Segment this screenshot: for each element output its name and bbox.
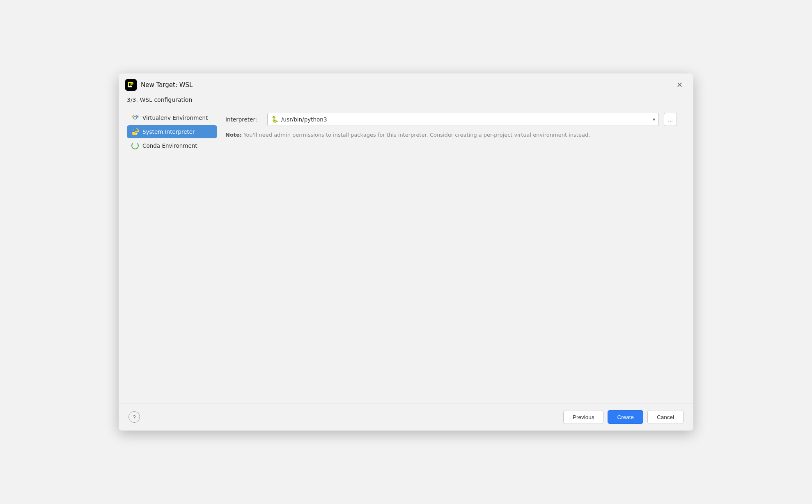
create-button[interactable]: Create	[608, 410, 643, 424]
note-prefix: Note:	[225, 132, 242, 138]
sidebar-item-system-interpreter[interactable]: System Interpreter	[127, 125, 217, 138]
sidebar-item-conda-label: Conda Environment	[142, 142, 197, 149]
title-bar: New Target: WSL ✕	[119, 73, 693, 95]
main-content: Interpreter: 🐍 /usr/bin/python3 ▾ ... No…	[217, 110, 685, 403]
note-body: You'll need admin permissions to install…	[242, 132, 590, 138]
ellipsis-label: ...	[668, 116, 673, 123]
sidebar-item-conda[interactable]: Conda Environment	[127, 139, 217, 152]
python-icon	[131, 128, 139, 136]
new-target-dialog: New Target: WSL ✕ 3/3. WSL configuration	[119, 73, 693, 431]
footer-buttons: Previous Create Cancel	[563, 410, 684, 424]
previous-button[interactable]: Previous	[563, 410, 604, 424]
interpreter-dropdown-left: 🐍 /usr/bin/python3	[271, 116, 327, 123]
interpreter-options-button[interactable]: ...	[664, 113, 677, 126]
help-icon: ?	[133, 414, 135, 420]
help-button[interactable]: ?	[128, 411, 140, 423]
interpreter-label: Interpreter:	[225, 116, 262, 123]
title-bar-left: New Target: WSL	[125, 79, 193, 91]
svg-rect-1	[128, 86, 132, 87]
virtualenv-icon	[131, 114, 139, 122]
cancel-button[interactable]: Cancel	[647, 410, 684, 424]
note-text: Note: You'll need admin permissions to i…	[225, 131, 595, 139]
interpreter-row: Interpreter: 🐍 /usr/bin/python3 ▾ ...	[225, 113, 677, 126]
sidebar: Virtualenv Environment System Interprete…	[127, 110, 217, 403]
svg-point-2	[134, 117, 137, 119]
conda-icon	[131, 142, 139, 150]
dialog-subtitle: 3/3. WSL configuration	[119, 95, 693, 110]
sidebar-item-system-interpreter-label: System Interpreter	[142, 128, 195, 135]
svg-point-5	[133, 130, 134, 131]
chevron-down-icon: ▾	[653, 117, 655, 122]
content-area: Virtualenv Environment System Interprete…	[119, 110, 693, 403]
sidebar-item-virtualenv[interactable]: Virtualenv Environment	[127, 111, 217, 124]
interpreter-dropdown[interactable]: 🐍 /usr/bin/python3 ▾	[267, 113, 659, 126]
svg-point-6	[136, 133, 137, 134]
close-button[interactable]: ✕	[674, 79, 685, 91]
footer: ? Previous Create Cancel	[119, 403, 693, 431]
sidebar-item-virtualenv-label: Virtualenv Environment	[142, 115, 208, 121]
app-icon	[125, 79, 137, 91]
interpreter-value: /usr/bin/python3	[281, 116, 327, 123]
python-dot-icon: 🐍	[271, 116, 279, 123]
dialog-title: New Target: WSL	[141, 81, 193, 89]
